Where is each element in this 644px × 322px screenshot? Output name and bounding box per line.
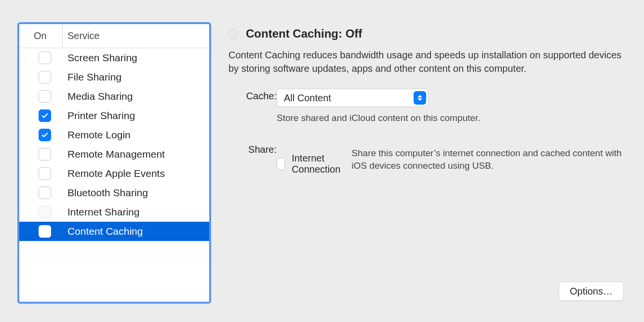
options-button[interactable]: Options… (559, 282, 624, 301)
service-row[interactable]: Printer Sharing (19, 106, 209, 125)
service-toggle-checkbox[interactable] (39, 187, 51, 199)
service-label: Remote Management (67, 148, 165, 160)
share-internet-label: Internet Connection (292, 153, 345, 175)
popup-stepper-icon (414, 91, 426, 105)
detail-title-row: Content Caching: Off (228, 27, 625, 40)
service-label: Media Sharing (67, 91, 133, 102)
cache-row: Cache: All Content Store shared and iClo… (228, 89, 625, 138)
services-header-service: Service (63, 24, 100, 48)
check-icon (41, 131, 49, 139)
status-indicator-icon (228, 29, 238, 39)
service-toggle-checkbox[interactable] (39, 148, 51, 161)
service-label: Remote Login (67, 129, 131, 141)
service-label: Internet Sharing (67, 206, 139, 218)
service-row[interactable]: Remote Management (19, 145, 209, 164)
service-row[interactable]: Screen Sharing (19, 48, 209, 67)
service-detail: Content Caching: Off Content Caching red… (228, 27, 625, 303)
cache-hint: Store shared and iCloud content on this … (277, 112, 625, 125)
detail-description: Content Caching reduces bandwidth usage … (228, 48, 624, 75)
service-toggle-checkbox[interactable] (39, 71, 51, 83)
service-toggle-checkbox[interactable] (39, 109, 51, 122)
service-row[interactable]: File Sharing (19, 67, 209, 87)
service-row[interactable]: Media Sharing (19, 87, 209, 106)
detail-title: Content Caching: Off (246, 27, 362, 40)
service-label: Bluetooth Sharing (67, 187, 148, 199)
services-list: Screen SharingFile SharingMedia SharingP… (19, 48, 209, 241)
service-label: File Sharing (67, 71, 121, 83)
share-hint: Share this computer’s internet connectio… (351, 147, 625, 173)
service-toggle-checkbox[interactable] (39, 52, 51, 64)
service-label: Screen Sharing (67, 52, 137, 64)
service-label: Printer Sharing (67, 110, 135, 121)
cache-popup-value: All Content (284, 93, 414, 104)
service-label: Content Caching (67, 226, 143, 237)
service-row[interactable]: Remote Login (19, 125, 209, 145)
service-row[interactable]: Remote Apple Events (19, 164, 209, 183)
service-toggle-checkbox[interactable] (39, 225, 51, 238)
service-row[interactable]: Internet Sharing (19, 202, 209, 222)
sharing-prefs-pane: On Service Screen SharingFile SharingMed… (0, 0, 644, 322)
share-internet-checkbox[interactable] (277, 158, 285, 170)
cache-label: Cache: (228, 89, 277, 102)
check-icon (41, 112, 49, 120)
service-toggle-checkbox[interactable] (39, 206, 51, 218)
service-toggle-checkbox[interactable] (39, 129, 51, 141)
share-row: Share: Internet Connection Share this co… (228, 142, 625, 186)
service-row[interactable]: Content Caching (19, 222, 209, 241)
services-header: On Service (19, 24, 209, 48)
share-label: Share: (228, 142, 277, 155)
service-toggle-checkbox[interactable] (39, 167, 51, 180)
service-toggle-checkbox[interactable] (39, 90, 51, 103)
services-sidebar: On Service Screen SharingFile SharingMed… (17, 22, 211, 304)
service-row[interactable]: Bluetooth Sharing (19, 183, 209, 202)
cache-popup[interactable]: All Content (277, 89, 429, 107)
services-header-on: On (19, 24, 63, 48)
service-label: Remote Apple Events (67, 168, 165, 179)
